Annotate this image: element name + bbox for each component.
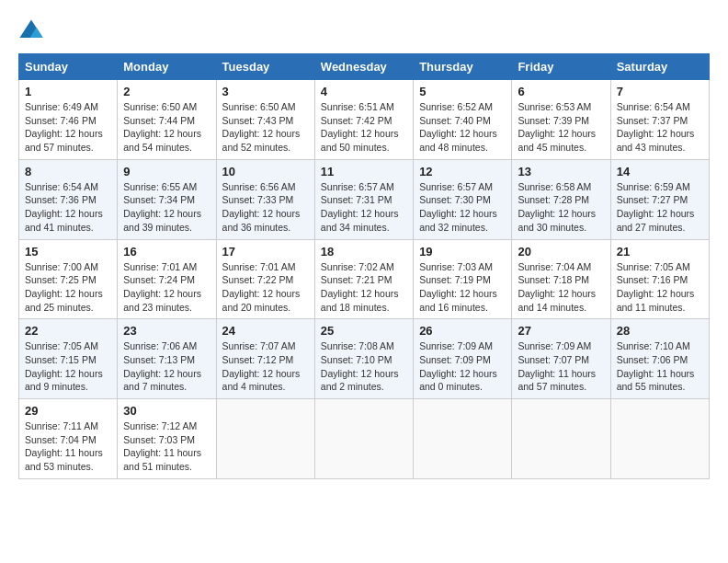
day-info: Sunrise: 7:05 AMSunset: 7:15 PMDaylight:… [25,340,103,392]
day-number: 10 [222,165,309,178]
empty-cell [216,399,314,479]
day-info: Sunrise: 6:50 AMSunset: 7:43 PMDaylight:… [222,101,301,153]
day-info: Sunrise: 6:58 AMSunset: 7:28 PMDaylight:… [518,181,596,233]
calendar-day-25: 25Sunrise: 7:08 AMSunset: 7:10 PMDayligh… [314,319,413,399]
day-number: 21 [617,245,703,259]
day-number: 1 [25,85,111,98]
day-info: Sunrise: 6:52 AMSunset: 7:40 PMDaylight:… [419,101,497,153]
calendar-day-16: 16Sunrise: 7:01 AMSunset: 7:24 PMDayligh… [118,239,216,319]
day-number: 2 [123,85,210,98]
calendar-day-4: 4Sunrise: 6:51 AMSunset: 7:42 PMDaylight… [314,80,413,160]
calendar-day-10: 10Sunrise: 6:56 AMSunset: 7:33 PMDayligh… [216,159,314,239]
calendar-day-9: 9Sunrise: 6:55 AMSunset: 7:34 PMDaylight… [118,159,216,239]
col-header-wednesday: Wednesday [314,54,413,80]
day-info: Sunrise: 7:05 AMSunset: 7:16 PMDaylight:… [617,261,695,313]
calendar-day-6: 6Sunrise: 6:53 AMSunset: 7:39 PMDaylight… [512,80,610,160]
empty-cell [610,399,709,479]
calendar-day-28: 28Sunrise: 7:10 AMSunset: 7:06 PMDayligh… [610,319,709,399]
empty-cell [314,399,413,479]
calendar-header-row: SundayMondayTuesdayWednesdayThursdayFrid… [19,54,710,80]
day-number: 27 [518,324,604,338]
col-header-friday: Friday [512,54,610,80]
day-info: Sunrise: 6:49 AMSunset: 7:46 PMDaylight:… [25,101,103,153]
day-number: 3 [222,85,309,98]
empty-cell [512,399,610,479]
calendar-day-13: 13Sunrise: 6:58 AMSunset: 7:28 PMDayligh… [512,159,610,239]
empty-cell [414,399,512,479]
calendar-week-3: 22Sunrise: 7:05 AMSunset: 7:15 PMDayligh… [19,319,710,399]
day-number: 29 [25,404,111,418]
day-info: Sunrise: 6:59 AMSunset: 7:27 PMDaylight:… [617,181,695,233]
day-number: 11 [321,165,407,178]
day-number: 9 [123,165,210,178]
day-number: 19 [419,245,506,259]
calendar-day-12: 12Sunrise: 6:57 AMSunset: 7:30 PMDayligh… [414,159,512,239]
calendar-day-26: 26Sunrise: 7:09 AMSunset: 7:09 PMDayligh… [414,319,512,399]
day-info: Sunrise: 6:51 AMSunset: 7:42 PMDaylight:… [321,101,399,153]
calendar-week-4: 29Sunrise: 7:11 AMSunset: 7:04 PMDayligh… [19,399,710,479]
calendar-day-19: 19Sunrise: 7:03 AMSunset: 7:19 PMDayligh… [414,239,512,319]
calendar-week-1: 8Sunrise: 6:54 AMSunset: 7:36 PMDaylight… [19,159,710,239]
calendar-day-27: 27Sunrise: 7:09 AMSunset: 7:07 PMDayligh… [512,319,610,399]
day-number: 6 [518,85,604,98]
day-info: Sunrise: 6:57 AMSunset: 7:30 PMDaylight:… [419,181,497,233]
calendar-day-15: 15Sunrise: 7:00 AMSunset: 7:25 PMDayligh… [19,239,118,319]
calendar-day-17: 17Sunrise: 7:01 AMSunset: 7:22 PMDayligh… [216,239,314,319]
day-number: 14 [617,165,703,178]
logo [18,18,48,44]
day-info: Sunrise: 6:57 AMSunset: 7:31 PMDaylight:… [321,181,399,233]
day-info: Sunrise: 7:01 AMSunset: 7:22 PMDaylight:… [222,261,301,313]
day-info: Sunrise: 7:08 AMSunset: 7:10 PMDaylight:… [321,340,399,392]
day-number: 12 [419,165,506,178]
day-info: Sunrise: 7:03 AMSunset: 7:19 PMDaylight:… [419,261,497,313]
day-number: 7 [617,85,703,98]
logo-icon [18,18,44,44]
col-header-sunday: Sunday [19,54,118,80]
calendar-day-2: 2Sunrise: 6:50 AMSunset: 7:44 PMDaylight… [118,80,216,160]
day-info: Sunrise: 7:11 AMSunset: 7:04 PMDaylight:… [25,420,103,472]
day-info: Sunrise: 7:12 AMSunset: 7:03 PMDaylight:… [123,420,201,472]
day-number: 13 [518,165,604,178]
day-number: 30 [123,404,210,418]
day-number: 23 [123,324,210,338]
calendar-day-14: 14Sunrise: 6:59 AMSunset: 7:27 PMDayligh… [610,159,709,239]
col-header-tuesday: Tuesday [216,54,314,80]
day-info: Sunrise: 7:09 AMSunset: 7:07 PMDaylight:… [518,340,596,392]
day-number: 25 [321,324,407,338]
day-number: 18 [321,245,407,259]
day-number: 17 [222,245,309,259]
day-number: 20 [518,245,604,259]
day-number: 8 [25,165,111,178]
calendar-day-3: 3Sunrise: 6:50 AMSunset: 7:43 PMDaylight… [216,80,314,160]
col-header-thursday: Thursday [414,54,512,80]
day-number: 24 [222,324,309,338]
day-info: Sunrise: 7:04 AMSunset: 7:18 PMDaylight:… [518,261,596,313]
day-number: 22 [25,324,111,338]
day-number: 4 [321,85,407,98]
calendar-day-20: 20Sunrise: 7:04 AMSunset: 7:18 PMDayligh… [512,239,610,319]
col-header-saturday: Saturday [610,54,709,80]
calendar-day-18: 18Sunrise: 7:02 AMSunset: 7:21 PMDayligh… [314,239,413,319]
day-info: Sunrise: 6:54 AMSunset: 7:36 PMDaylight:… [25,181,103,233]
calendar-week-0: 1Sunrise: 6:49 AMSunset: 7:46 PMDaylight… [19,80,710,160]
calendar-day-24: 24Sunrise: 7:07 AMSunset: 7:12 PMDayligh… [216,319,314,399]
calendar-day-21: 21Sunrise: 7:05 AMSunset: 7:16 PMDayligh… [610,239,709,319]
calendar-day-22: 22Sunrise: 7:05 AMSunset: 7:15 PMDayligh… [19,319,118,399]
day-number: 28 [617,324,703,338]
calendar-table: SundayMondayTuesdayWednesdayThursdayFrid… [18,53,710,479]
calendar-day-5: 5Sunrise: 6:52 AMSunset: 7:40 PMDaylight… [414,80,512,160]
calendar-day-23: 23Sunrise: 7:06 AMSunset: 7:13 PMDayligh… [118,319,216,399]
day-info: Sunrise: 7:00 AMSunset: 7:25 PMDaylight:… [25,261,103,313]
day-info: Sunrise: 7:07 AMSunset: 7:12 PMDaylight:… [222,340,301,392]
day-info: Sunrise: 7:02 AMSunset: 7:21 PMDaylight:… [321,261,399,313]
calendar-week-2: 15Sunrise: 7:00 AMSunset: 7:25 PMDayligh… [19,239,710,319]
day-number: 26 [419,324,506,338]
calendar-day-11: 11Sunrise: 6:57 AMSunset: 7:31 PMDayligh… [314,159,413,239]
calendar-day-8: 8Sunrise: 6:54 AMSunset: 7:36 PMDaylight… [19,159,118,239]
day-number: 16 [123,245,210,259]
day-number: 5 [419,85,506,98]
day-info: Sunrise: 7:10 AMSunset: 7:06 PMDaylight:… [617,340,695,392]
col-header-monday: Monday [118,54,216,80]
calendar-day-29: 29Sunrise: 7:11 AMSunset: 7:04 PMDayligh… [19,399,118,479]
page-header [18,18,710,44]
